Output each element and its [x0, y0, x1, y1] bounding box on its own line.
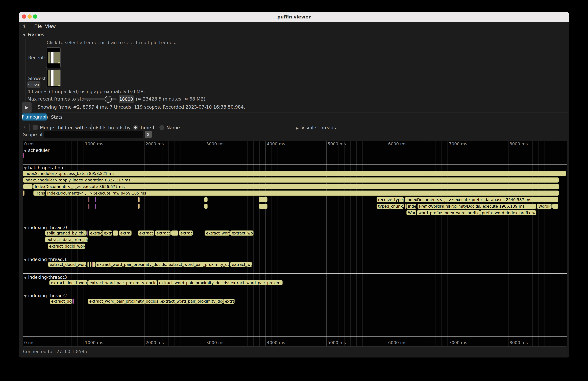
scope-bar[interactable] — [113, 231, 118, 236]
scope-bar[interactable]: WordPr — [537, 204, 552, 209]
play-button[interactable]: ▶ — [22, 102, 32, 113]
thumbnail-bar — [51, 70, 54, 86]
collapse-caret-icon: ▼ — [23, 33, 25, 37]
frame-thumbnail-slowest[interactable] — [46, 69, 61, 87]
scope-bar[interactable]: word_prefix::index_word_prefix_ — [417, 210, 480, 215]
scope-bar[interactable] — [204, 197, 208, 202]
scope-bar[interactable]: extract_wo — [230, 231, 253, 236]
scope-bar[interactable] — [552, 204, 558, 209]
separator — [20, 139, 568, 139]
scope-bar[interactable]: IndexScheduler>::apply_index_operation 8… — [23, 177, 559, 183]
thread-header[interactable]: ▼batch-operation — [23, 165, 65, 170]
scope-bar[interactable] — [90, 262, 91, 267]
scope-filter-input[interactable] — [44, 130, 143, 138]
collapse-caret-icon: ▼ — [24, 167, 26, 170]
thread-header[interactable]: ▼indexing-thread:1 — [23, 257, 69, 262]
scope-bar[interactable]: PrefixWordPairsProximityDocids::execute … — [418, 204, 536, 209]
scope-bar[interactable] — [89, 204, 89, 209]
scope-bar[interactable] — [72, 298, 74, 304]
scope-bar[interactable]: extrac — [119, 231, 132, 236]
scope-bar[interactable]: extract_doc — [50, 298, 72, 304]
scope-bar[interactable] — [23, 152, 24, 158]
thread-header[interactable]: ▼indexing-thread:0 — [23, 225, 69, 230]
clear-frames-button[interactable]: Clear — [27, 81, 41, 88]
sort-name-radio[interactable] — [159, 125, 165, 130]
scope-bar[interactable]: IndexDocuments<_, _>::execute 8656.677 m… — [33, 184, 559, 189]
thread-header[interactable]: ▼indexing-thread:3 — [23, 275, 69, 280]
frame-thumbnail-recent[interactable] — [46, 47, 61, 68]
frames-section-header[interactable]: ▼ Frames — [23, 32, 44, 37]
scope-bar[interactable] — [171, 231, 178, 236]
scope-bar[interactable]: IndexDocuments<_, _>::execute_raw 8459.1… — [46, 190, 559, 196]
menu-view[interactable]: View — [45, 24, 56, 29]
scope-bar[interactable] — [417, 204, 417, 209]
ruler-separator-line — [23, 336, 567, 337]
scope-bar[interactable]: prefix_word::index_prefix_wo — [480, 210, 536, 215]
scope-bar[interactable] — [138, 204, 140, 209]
scope-bar[interactable]: extract — [89, 231, 102, 236]
tab-stats[interactable]: Stats — [51, 114, 63, 120]
tab-flamegraph[interactable]: Flamegraph — [22, 113, 47, 121]
thread-header[interactable]: ▼indexing-thread:2 — [23, 293, 69, 298]
scope-bar[interactable]: Trans — [33, 190, 45, 196]
scope-bar[interactable]: extract — [179, 231, 193, 236]
title-bar: puffin viewer — [19, 12, 569, 22]
scope-bar[interactable] — [93, 262, 95, 267]
thread-name: scheduler — [28, 148, 49, 153]
scope-bar[interactable] — [95, 197, 96, 202]
thread-separator-line — [23, 274, 567, 274]
time-ruler-label: 3000 ms — [206, 340, 225, 345]
scope-bar[interactable]: extract_word_pair_proximity_docids::extr… — [158, 280, 283, 285]
scope-bar[interactable]: typed_chunk::w — [377, 204, 404, 209]
scope-bar[interactable]: split_grenad_by_chun — [45, 231, 86, 236]
scope-bar[interactable]: extract_word — [205, 231, 230, 236]
recent-label: Recent: — [28, 55, 45, 60]
thread-separator-line — [23, 256, 567, 256]
scope-bar[interactable] — [95, 204, 96, 209]
scope-bar[interactable]: IndexDocuments<_, _>::execute_prefix_dat… — [405, 197, 558, 202]
scope-bar[interactable]: IndexScheduler>::process_batch 8953.821 … — [23, 171, 566, 176]
scope-bar[interactable] — [138, 197, 140, 202]
scope-bar[interactable]: extract_word_pair_proximity_docids::extr… — [95, 262, 229, 267]
visible-threads-header[interactable]: ▶ Visible Threads — [296, 125, 336, 130]
help-button[interactable]: ? — [23, 125, 25, 130]
scope-bar[interactable] — [87, 231, 88, 236]
scope-bar[interactable]: extract_word_pair_proximity_docids — [88, 280, 157, 285]
sort-direction-arrow-icon[interactable]: ⬇ — [151, 125, 155, 130]
scope-bar[interactable]: extrac — [223, 298, 235, 304]
scope-bar[interactable]: extract::data_from_ob — [45, 237, 88, 242]
scope-bar[interactable]: extract_docid_word — [49, 280, 88, 285]
max-frames-slider-knob[interactable] — [105, 96, 112, 103]
scope-bar[interactable] — [259, 204, 268, 209]
sort-time-radio[interactable] — [133, 125, 138, 130]
scope-bar[interactable] — [23, 184, 33, 189]
scope-bar[interactable]: index — [406, 204, 416, 209]
thumbnail-bar — [48, 70, 50, 86]
scope-bar[interactable]: extract_word_pair_proximity_docids::extr… — [88, 298, 223, 304]
scope-bar[interactable] — [92, 262, 93, 267]
thumbnail-bar — [51, 52, 54, 64]
thread-header[interactable]: ▼scheduler — [23, 148, 51, 153]
scope-bar[interactable]: receive_typed_ — [377, 197, 404, 202]
scope-bar[interactable] — [87, 262, 89, 267]
clear-filter-button[interactable]: x — [145, 131, 152, 138]
theme-toggle-icon[interactable]: ✳ — [22, 24, 26, 29]
scope-bar[interactable]: Word — [406, 210, 416, 215]
scope-bar[interactable]: extract_wo — [230, 262, 252, 267]
scope-bar[interactable] — [204, 204, 208, 209]
scope-bar[interactable]: extract_ — [155, 231, 171, 236]
scope-bar[interactable]: extract_docid_word — [48, 262, 86, 267]
collapse-caret-icon: ▼ — [24, 258, 26, 262]
menu-file[interactable]: File — [34, 24, 42, 29]
scope-bar[interactable] — [23, 190, 24, 196]
scope-bar[interactable]: extra — [102, 231, 112, 236]
scope-bar[interactable]: extract_docid_word — [48, 244, 85, 249]
scope-bar[interactable] — [405, 204, 406, 209]
scope-bar[interactable] — [259, 197, 268, 202]
max-frames-value[interactable]: 18000 — [119, 95, 134, 103]
scope-bar[interactable]: extract_ — [138, 231, 154, 236]
time-ruler-label: 1000 ms — [85, 340, 103, 345]
merge-children-checkbox[interactable] — [33, 125, 38, 130]
scope-bar[interactable] — [89, 197, 89, 202]
flamegraph-panel[interactable]: 0 ms0 ms1000 ms1000 ms2000 ms2000 ms3000… — [23, 141, 567, 347]
